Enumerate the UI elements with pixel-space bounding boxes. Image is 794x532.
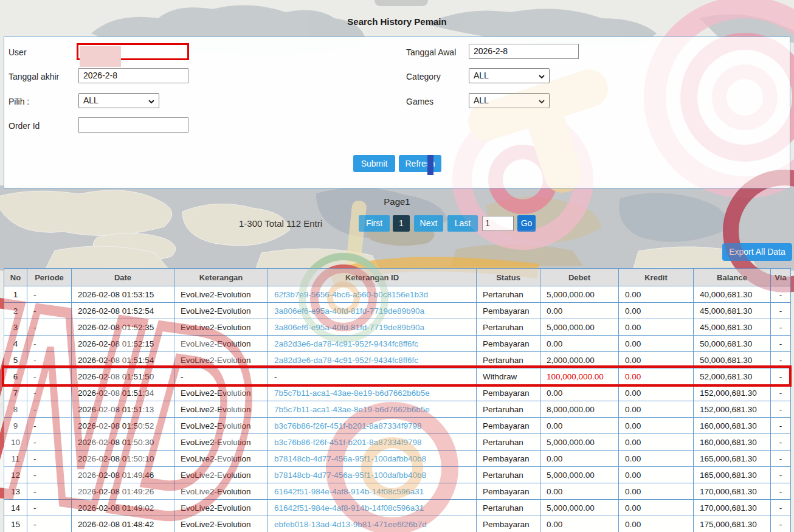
cell-keterangan_id: 7b5c7b11-aca1-43ae-8e19-b6d7662b6b5e: [268, 385, 477, 401]
goto-page-input[interactable]: 1: [482, 216, 514, 231]
cell-via: -: [771, 483, 791, 500]
cell-keterangan: EvoLive2-Evolution: [174, 319, 268, 336]
cell-via: -: [771, 516, 791, 532]
col-header-periode: Periode: [27, 269, 72, 286]
keterangan-id-link[interactable]: 7b5c7b11-aca1-43ae-8e19-b6d7662b6b5e: [274, 389, 430, 398]
cell-debet: 0.00: [540, 336, 619, 352]
cell-periode: -: [27, 286, 72, 303]
cell-periode: -: [27, 385, 72, 401]
cell-kredit: 0.00: [619, 500, 694, 516]
keterangan-id-link[interactable]: 2a82d3e6-da78-4c91-952f-9434fc8ff6fc: [274, 356, 418, 365]
cell-via: -: [771, 418, 791, 434]
cell-no: 14: [4, 500, 27, 516]
cell-status: Pertaruhan: [477, 352, 540, 368]
cell-via: -: [771, 368, 791, 385]
table-row: 9-2026-02-08 01:50:52EvoLive2-Evolutionb…: [4, 418, 791, 434]
cell-via: -: [771, 500, 791, 516]
keterangan-id-link[interactable]: b78148cb-4d77-456a-95f1-100dafbb40b8: [274, 471, 426, 480]
cell-date: 2026-02-08 01:53:15: [72, 286, 174, 303]
cell-status: Pertaruhan: [477, 401, 540, 418]
keterangan-id-link[interactable]: b3c76b86-f26f-451f-b201-8a87334f9798: [274, 421, 421, 430]
tanggal-akhir-input[interactable]: 2026-2-8: [78, 68, 188, 83]
cell-kredit: 0.00: [619, 418, 694, 434]
table-row: 3-2026-02-08 01:52:35EvoLive2-Evolution3…: [4, 319, 791, 336]
current-page-button[interactable]: 1: [393, 215, 410, 232]
cell-kredit: 0.00: [619, 467, 694, 483]
user-redaction: [80, 46, 121, 67]
cell-keterangan: EvoLive2-Evolution: [174, 336, 268, 352]
cell-periode: -: [27, 418, 72, 434]
cell-keterangan_id: 2a82d3e6-da78-4c91-952f-9434fc8ff6fc: [268, 352, 477, 368]
table-row: 13-2026-02-08 01:49:26EvoLive2-Evolution…: [4, 483, 791, 500]
chevron-down-icon: [539, 74, 545, 80]
cell-keterangan: EvoLive2-Evolution: [174, 467, 268, 483]
go-button[interactable]: Go: [517, 215, 536, 232]
table-row: 11-2026-02-08 01:50:10EvoLive2-Evolution…: [4, 451, 791, 467]
last-page-button[interactable]: Last: [447, 215, 478, 232]
cell-no: 2: [4, 303, 27, 319]
cell-via: -: [771, 303, 791, 319]
cell-kredit: 0.00: [619, 483, 694, 500]
cell-date: 2026-02-08 01:50:52: [72, 418, 174, 434]
cell-date: 2026-02-08 01:51:50: [72, 368, 174, 385]
cell-date: 2026-02-08 01:50:30: [72, 434, 174, 451]
cell-periode: -: [27, 336, 72, 352]
cell-no: 11: [4, 451, 27, 467]
keterangan-id-link[interactable]: 7b5c7b11-aca1-43ae-8e19-b6d7662b6b5e: [274, 405, 430, 414]
refresh-button[interactable]: Refresh: [399, 155, 441, 172]
col-header-keterangan: Keterangan: [174, 269, 268, 286]
keterangan-id-link[interactable]: 62f3b7e9-5656-4bc6-a560-b0c8156e1b3d: [274, 290, 428, 299]
cell-balance: 170,000,681.30: [694, 500, 771, 516]
next-page-button[interactable]: Next: [414, 215, 443, 232]
col-header-no: No: [4, 269, 27, 286]
cell-keterangan_id: b3c76b86-f26f-451f-b201-8a87334f9798: [268, 418, 477, 434]
cell-periode: -: [27, 352, 72, 368]
tanggal-awal-input[interactable]: 2026-2-8: [469, 44, 579, 59]
col-header-date: Date: [72, 269, 174, 286]
cell-keterangan_id: b78148cb-4d77-456a-95f1-100dafbb40b8: [268, 467, 477, 483]
keterangan-id-link[interactable]: b78148cb-4d77-456a-95f1-100dafbb40b8: [274, 454, 426, 463]
cell-keterangan: EvoLive2-Evolution: [174, 500, 268, 516]
first-page-button[interactable]: First: [359, 215, 390, 232]
cell-kredit: 0.00: [619, 368, 694, 385]
cell-debet: 0.00: [540, 385, 619, 401]
cell-kredit: 0.00: [619, 319, 694, 336]
cell-balance: 45,000,681.30: [694, 303, 771, 319]
cell-no: 9: [4, 418, 27, 434]
cell-date: 2026-02-08 01:48:42: [72, 516, 174, 532]
keterangan-id-link[interactable]: 3a806ef6-e95a-40fd-81fd-7719de89b90a: [274, 323, 424, 332]
cell-periode: -: [27, 451, 72, 467]
table-row: 7-2026-02-08 01:51:34EvoLive2-Evolution7…: [4, 385, 791, 401]
pilih-select[interactable]: ALL: [78, 93, 159, 108]
cell-status: Withdraw: [477, 368, 540, 385]
cell-status: Pembayaran: [477, 336, 540, 352]
keterangan-id-link[interactable]: b3c76b86-f26f-451f-b201-8a87334f9798: [274, 438, 421, 447]
cell-via: -: [771, 451, 791, 467]
cell-balance: 50,000,681.30: [694, 336, 771, 352]
cell-no: 3: [4, 319, 27, 336]
cell-kredit: 0.00: [619, 286, 694, 303]
keterangan-id-link[interactable]: 61642f51-984e-4af8-914b-14f08c596a31: [274, 503, 424, 513]
col-header-balance: Balance: [694, 269, 771, 286]
cell-no: 6: [4, 368, 27, 385]
pagination-range-text: 1-300 Total 112 Entri: [0, 218, 322, 229]
cell-date: 2026-02-08 01:51:54: [72, 352, 174, 368]
keterangan-id-link[interactable]: ebfeb018-13ad-4d13-9b81-471ee6f26b7d: [274, 520, 427, 529]
cell-status: Pembayaran: [477, 418, 540, 434]
cell-periode: -: [27, 319, 72, 336]
export-all-data-button[interactable]: Export All Data: [722, 243, 792, 261]
cell-balance: 50,000,681.30: [694, 352, 771, 368]
keterangan-id-link[interactable]: 61642f51-984e-4af8-914b-14f08c596a31: [274, 487, 424, 496]
cell-kredit: 0.00: [619, 385, 694, 401]
order-id-input[interactable]: [78, 117, 188, 133]
keterangan-id-link[interactable]: 3a806ef6-e95a-40fd-81fd-7719de89b90a: [274, 306, 424, 316]
cell-debet: 5,000,000.00: [540, 434, 619, 451]
table-row: 12-2026-02-08 01:49:46EvoLive2-Evolution…: [4, 467, 791, 483]
category-select[interactable]: ALL: [469, 68, 550, 83]
cell-date: 2026-02-08 01:52:35: [72, 319, 174, 336]
cell-keterangan: EvoLive2-Evolution: [174, 516, 268, 532]
cell-date: 2026-02-08 01:49:46: [72, 467, 174, 483]
keterangan-id-link[interactable]: 2a82d3e6-da78-4c91-952f-9434fc8ff6fc: [274, 339, 418, 348]
submit-button[interactable]: Submit: [353, 155, 395, 172]
games-select[interactable]: ALL: [469, 93, 550, 108]
